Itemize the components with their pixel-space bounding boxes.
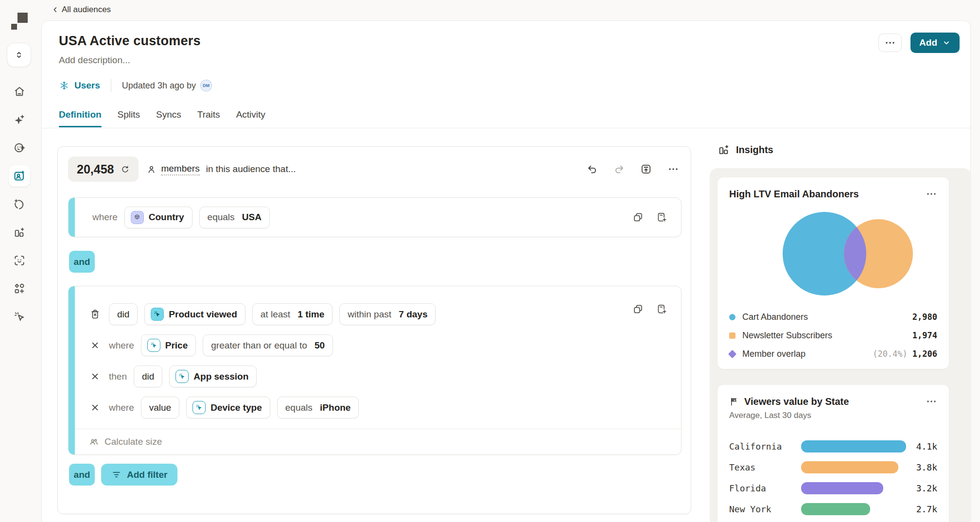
person-icon (146, 164, 157, 174)
bar-value-label: 2.7k (910, 504, 937, 514)
main-card: USA Active customers Add description... … (41, 20, 971, 522)
add-button[interactable]: Add (910, 33, 960, 53)
nav-apps[interactable] (9, 278, 30, 299)
tab-traits[interactable]: Traits (197, 109, 220, 127)
avatar[interactable]: DM (200, 80, 212, 91)
legend-row: Member overlap(20.4%)1,206 (729, 345, 937, 363)
audience-suffix-text: in this audience that... (206, 164, 296, 174)
chip-at-least-1-time[interactable]: at least 1 time (252, 303, 332, 325)
app-logo[interactable] (11, 11, 28, 30)
filter-rows: whereCountryequals USA (75, 198, 681, 237)
tab-definition[interactable]: Definition (59, 109, 102, 127)
insights-chart-icon (718, 143, 730, 156)
tab-activity[interactable]: Activity (236, 109, 265, 127)
group-actions (632, 212, 667, 223)
chip-device-type[interactable]: Device type (186, 397, 270, 418)
chip-text: USA (242, 212, 262, 223)
bar-category-label: New York (729, 504, 801, 514)
condition-prefix: where (109, 402, 134, 413)
insight-card-subtitle: Average, Last 30 days (718, 411, 949, 420)
remove-condition-icon[interactable] (88, 402, 102, 413)
nav-analytics[interactable] (9, 222, 30, 243)
meta-row: Users Updated 3h ago by DM (59, 78, 212, 93)
tab-syncs[interactable]: Syncs (156, 109, 181, 127)
chip-value[interactable]: value (141, 397, 179, 418)
chip-text: iPhone (320, 402, 350, 413)
prop-chip-icon (147, 339, 160, 352)
page-title: USA Active customers (59, 34, 201, 49)
workspace-switcher-button[interactable] (7, 43, 31, 67)
filter-row: whereCountryequals USA (92, 206, 681, 229)
chip-equals-iphone[interactable]: equals iPhone (277, 397, 359, 418)
home-icon (13, 85, 26, 98)
sidebar-nav (9, 81, 30, 328)
nav-audiences[interactable] (9, 165, 30, 187)
bar-value-label: 3.2k (910, 483, 937, 493)
entity-type-link[interactable]: Users (74, 80, 100, 91)
loop-sparkle-icon (13, 198, 26, 210)
chip-country[interactable]: Country (124, 207, 192, 228)
legend-row: Newsletter Subscribers1,974 (729, 326, 937, 345)
remove-condition-icon[interactable] (88, 371, 102, 382)
delete-condition-icon[interactable] (88, 309, 102, 320)
copy-add-icon[interactable] (656, 304, 667, 315)
description-placeholder[interactable]: Add description... (59, 55, 130, 66)
tab-splits[interactable]: Splits (118, 109, 140, 127)
chip-text: did (117, 309, 129, 320)
nav-home[interactable] (9, 81, 30, 102)
chip-price[interactable]: Price (141, 334, 196, 356)
duplicate-icon[interactable] (632, 212, 644, 223)
chevron-down-icon (942, 38, 951, 47)
insights-panel: High LTV Email Abandoners Cart Abandoner… (710, 168, 971, 522)
duplicate-icon[interactable] (632, 304, 644, 315)
nav-media[interactable] (9, 137, 30, 158)
play-face-icon (13, 141, 26, 154)
insights-header: Insights (718, 143, 773, 156)
remove-condition-icon[interactable] (88, 340, 102, 350)
chip-did[interactable]: did (109, 303, 138, 325)
member-count: 20,458 (77, 162, 114, 176)
insight-card-venn: High LTV Email Abandoners Cart Abandoner… (718, 177, 949, 369)
calculate-size-button[interactable]: Calculate size (75, 429, 681, 454)
back-link[interactable]: All audiences (52, 5, 111, 15)
filter-row: didProduct viewedat least 1 timewithin p… (88, 303, 681, 326)
legend-marker (728, 349, 736, 358)
bar-row: California4.1k (729, 436, 937, 457)
chip-product-viewed[interactable]: Product viewed (144, 303, 245, 325)
contacts-card-icon (13, 170, 26, 182)
cursor-sparkle-icon (13, 311, 26, 323)
nav-identity[interactable] (9, 250, 30, 271)
canvas-more-icon[interactable] (667, 163, 679, 175)
group-actions (632, 304, 667, 315)
chip-did[interactable]: did (134, 365, 162, 387)
chip-text: Device type (210, 402, 262, 413)
chip-within-past-7-days[interactable]: within past 7 days (339, 303, 436, 325)
header-more-button[interactable] (878, 34, 902, 52)
refresh-icon[interactable] (121, 165, 130, 174)
nav-journeys[interactable] (9, 193, 30, 215)
legend-percent: (20.4%) (873, 349, 908, 359)
nav-events[interactable] (9, 306, 30, 328)
bar-fill (801, 440, 906, 452)
legend-marker (729, 332, 735, 339)
copy-add-icon[interactable] (656, 212, 667, 223)
nav-assistant[interactable] (9, 109, 30, 130)
chip-equals-usa[interactable]: equals USA (199, 207, 270, 228)
and-operator-pill[interactable]: and (69, 251, 95, 273)
add-filter-button[interactable]: Add filter (101, 464, 177, 486)
people-icon (88, 436, 99, 447)
redo-icon[interactable] (613, 164, 625, 175)
save-version-icon[interactable] (640, 163, 652, 175)
insight-card-head: High LTV Email Abandoners (718, 177, 949, 200)
bar-fill (801, 503, 870, 515)
definition-canvas: 20,458 members in this audience that... … (57, 146, 691, 514)
chip-app-session[interactable]: App session (169, 365, 257, 387)
undo-icon[interactable] (587, 164, 598, 175)
card-more-icon[interactable] (926, 188, 937, 200)
and-operator-pill[interactable]: and (69, 464, 95, 486)
chip-greater-than-or-equal-to-50[interactable]: greater than or equal to 50 (203, 334, 333, 356)
card-more-icon[interactable] (926, 396, 937, 407)
members-selector[interactable]: members (161, 163, 199, 175)
venn-diagram (718, 204, 949, 304)
chevron-updown-icon (14, 50, 24, 60)
